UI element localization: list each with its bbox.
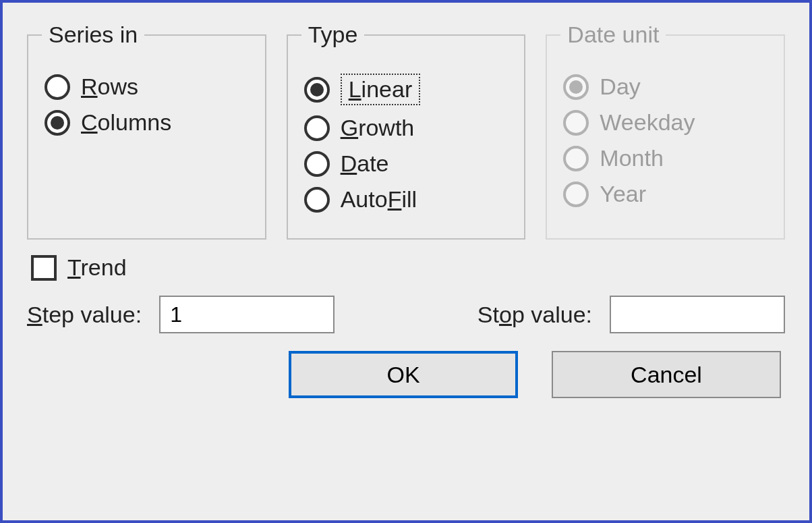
radio-rows-indicator [45, 74, 70, 100]
stop-value-label: Stop value: [477, 302, 592, 328]
radio-day-label: Day [600, 74, 640, 100]
radio-year: Year [563, 181, 767, 207]
radio-year-indicator [563, 182, 589, 207]
radio-weekday: Weekday [563, 109, 767, 136]
radio-columns-indicator [45, 110, 70, 136]
radio-month-label: Month [600, 145, 664, 171]
radio-weekday-label: Weekday [600, 109, 695, 136]
radio-month-indicator [563, 146, 589, 171]
step-value-input[interactable] [159, 296, 335, 333]
radio-growth[interactable]: Growth [304, 115, 509, 141]
radio-day-indicator [563, 74, 589, 100]
checkbox-trend[interactable]: Trend [31, 254, 785, 281]
radio-growth-label: Growth [341, 115, 415, 141]
group-type-legend: Type [301, 22, 365, 48]
radio-autofill-indicator [304, 187, 330, 213]
groups-row: Series in Rows Columns Type Linear Growt… [27, 22, 785, 240]
ok-button[interactable]: OK [289, 351, 518, 398]
radio-day: Day [563, 74, 767, 100]
radio-autofill[interactable]: AutoFill [304, 186, 509, 213]
radio-autofill-label: AutoFill [341, 186, 417, 213]
radio-linear-indicator [304, 77, 330, 103]
step-value-label: Step value: [27, 302, 142, 328]
radio-columns-label: Columns [81, 109, 171, 136]
radio-rows[interactable]: Rows [45, 74, 249, 100]
radio-columns[interactable]: Columns [45, 109, 249, 136]
group-date-unit: Date unit Day Weekday Month Year [546, 22, 785, 240]
group-type: Type Linear Growth Date AutoFill [287, 22, 526, 240]
group-series-in-legend: Series in [42, 22, 144, 48]
radio-growth-indicator [304, 115, 330, 141]
buttons-row: OK Cancel [27, 351, 785, 398]
stop-value-input[interactable] [610, 296, 785, 333]
radio-date-label: Date [341, 150, 389, 177]
radio-date[interactable]: Date [304, 150, 509, 177]
series-dialog: Series in Rows Columns Type Linear Growt… [0, 0, 812, 523]
checkbox-trend-box [31, 255, 57, 281]
radio-linear-label: Linear [341, 74, 421, 105]
radio-month: Month [563, 145, 767, 171]
values-row: Step value: Stop value: [27, 296, 785, 333]
cancel-button[interactable]: Cancel [552, 351, 781, 398]
group-date-unit-legend: Date unit [560, 22, 666, 48]
radio-linear[interactable]: Linear [304, 74, 509, 105]
radio-weekday-indicator [563, 110, 589, 136]
group-series-in: Series in Rows Columns [27, 22, 266, 240]
radio-date-indicator [304, 151, 330, 177]
radio-year-label: Year [600, 181, 646, 207]
checkbox-trend-label: Trend [67, 254, 127, 281]
radio-rows-label: Rows [81, 74, 138, 100]
